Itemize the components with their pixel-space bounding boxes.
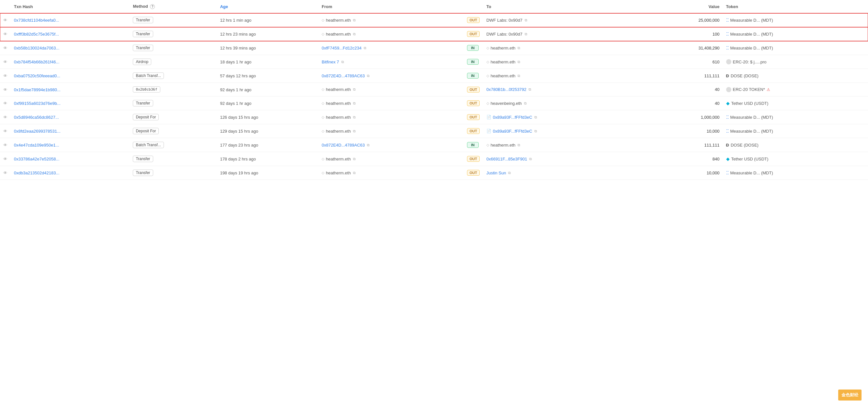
to-copy-icon[interactable]: ⧉ — [525, 32, 527, 36]
to-copy-icon[interactable]: ⧉ — [524, 101, 527, 105]
eye-icon[interactable]: 👁 — [3, 101, 7, 106]
from-copy-icon[interactable]: ⧉ — [353, 18, 355, 22]
to-cell: 0x66911F...85e3F901⧉ — [483, 152, 643, 166]
from-copy-icon[interactable]: ⧉ — [353, 115, 355, 120]
to-copy-icon[interactable]: ⧉ — [518, 143, 520, 147]
to-address-link[interactable]: 0x780B1b...0f253792 — [487, 87, 527, 92]
value-text: 10,000 — [707, 170, 720, 175]
txn-hash-link[interactable]: 0x5d8946ca56dc8627... — [14, 115, 59, 120]
from-copy-icon[interactable]: ⧉ — [353, 87, 355, 92]
method-badge[interactable]: Transfer — [133, 170, 153, 176]
from-copy-icon[interactable]: ⧉ — [353, 157, 355, 161]
to-copy-icon[interactable]: ⧉ — [518, 60, 520, 64]
method-badge[interactable]: Transfer — [133, 156, 153, 162]
eye-icon[interactable]: 👁 — [3, 143, 7, 147]
eye-icon[interactable]: 👁 — [3, 18, 7, 23]
token-text: Measurable D... (MDT) — [730, 46, 773, 50]
to-address-link[interactable]: 0x89a93F...fFFfd3eC — [493, 115, 532, 120]
from-address-link[interactable]: 0x872E4D...4789AC63 — [321, 73, 365, 78]
txn-hash-cell: 0xfff3b82d5c75e3675f... — [11, 27, 129, 41]
method-cell: Batch Transf... — [129, 138, 217, 152]
from-copy-icon[interactable]: ⧉ — [353, 129, 355, 133]
age-text: 18 days 1 hr ago — [220, 60, 251, 64]
from-address-link[interactable]: 0xfF7459...Fd12c234 — [321, 46, 362, 50]
value-text: 25,000,000 — [698, 18, 719, 23]
eye-icon[interactable]: 👁 — [3, 170, 7, 175]
eye-icon[interactable]: 👁 — [3, 115, 7, 120]
to-copy-icon[interactable]: ⧉ — [529, 87, 531, 92]
eye-icon[interactable]: 👁 — [3, 129, 7, 134]
txn-hash-link[interactable]: 0x33786a42e7e52058... — [14, 157, 59, 162]
method-badge[interactable]: Transfer — [133, 100, 153, 106]
value-text: 10,000 — [707, 129, 720, 134]
from-cell: ◇heatherm.eth⧉ — [318, 110, 463, 124]
to-address-link[interactable]: 0x66911F...85e3F901 — [487, 157, 527, 162]
eye-icon[interactable]: 👁 — [3, 87, 7, 92]
header-age[interactable]: Age — [217, 0, 318, 13]
from-copy-icon[interactable]: ⧉ — [367, 143, 370, 147]
eye-icon[interactable]: 👁 — [3, 157, 7, 162]
direction-cell: OUT — [464, 96, 483, 110]
header-direction — [464, 0, 483, 13]
txn-hash-link[interactable]: 0x1f5dae78994e1b980... — [14, 87, 61, 92]
txn-hash-cell: 0x738cfd1104b4eefa0... — [11, 13, 129, 27]
direction-cell: IN — [464, 69, 483, 83]
direction-cell: IN — [464, 55, 483, 69]
from-copy-icon[interactable]: ⧉ — [353, 171, 355, 175]
txn-hash-cell: 0xf99155a6023d76e9b... — [11, 96, 129, 110]
method-badge[interactable]: Airdrop — [133, 59, 151, 65]
txn-hash-link[interactable]: 0x738cfd1104b4eefa0... — [14, 18, 59, 23]
to-copy-icon[interactable]: ⧉ — [508, 171, 511, 175]
txn-hash-link[interactable]: 0xb58b130024da7063... — [14, 46, 59, 50]
eye-icon[interactable]: 👁 — [3, 60, 7, 64]
from-copy-icon[interactable]: ⧉ — [353, 101, 355, 105]
method-badge[interactable]: Transfer — [133, 45, 153, 51]
to-address: heatherm.eth — [491, 46, 516, 50]
method-badge[interactable]: 0x2b8cb36f — [133, 87, 160, 93]
from-copy-icon[interactable]: ⧉ — [367, 74, 370, 78]
token-cell: ⁚⁚Measurable D... (MDT) — [723, 13, 868, 27]
method-badge[interactable]: Batch Transf... — [133, 142, 163, 148]
method-badge[interactable]: Transfer — [133, 17, 153, 23]
method-help-icon[interactable]: ? — [150, 4, 155, 9]
method-badge[interactable]: Deposit For — [133, 128, 159, 134]
txn-hash-link[interactable]: 0xf99155a6023d76e9b... — [14, 101, 61, 106]
eye-icon[interactable]: 👁 — [3, 73, 7, 78]
txn-hash-link[interactable]: 0x8fd2eaa2699378531... — [14, 129, 61, 134]
from-address-link[interactable]: Bitfinex 7 — [321, 60, 339, 64]
value-cell: 111,111 — [643, 69, 723, 83]
txn-hash-cell: 0x4e47cda109e950e1... — [11, 138, 129, 152]
from-copy-icon[interactable]: ⧉ — [353, 32, 355, 36]
method-badge[interactable]: Batch Transf... — [133, 72, 163, 79]
to-copy-icon[interactable]: ⧉ — [534, 115, 537, 120]
txn-hash-link[interactable]: 0xb784f54b66b261f46... — [14, 60, 59, 64]
to-copy-icon[interactable]: ⧉ — [529, 157, 532, 161]
to-copy-icon[interactable]: ⧉ — [518, 74, 520, 78]
table-row: 👁0x738cfd1104b4eefa0...Transfer12 hrs 1 … — [0, 13, 868, 27]
header-token: Token — [723, 0, 868, 13]
txn-hash-link[interactable]: 0xba07520c50feeead0... — [14, 73, 60, 78]
txn-hash-link[interactable]: 0xdb3a213502d42183... — [14, 170, 59, 175]
diamond-icon: ◇ — [487, 143, 489, 147]
to-cell: ◇heavenbeing.eth⧉ — [483, 96, 643, 110]
to-copy-icon[interactable]: ⧉ — [534, 129, 537, 133]
txn-hash-link[interactable]: 0xfff3b82d5c75e3675f... — [14, 32, 59, 37]
header-txn-hash: Txn Hash — [11, 0, 129, 13]
eye-icon[interactable]: 👁 — [3, 46, 7, 50]
method-cell: Transfer — [129, 27, 217, 41]
eye-icon[interactable]: 👁 — [3, 32, 7, 37]
to-copy-icon[interactable]: ⧉ — [518, 46, 520, 50]
txn-hash-link[interactable]: 0x4e47cda109e950e1... — [14, 143, 59, 147]
method-badge[interactable]: Deposit For — [133, 114, 159, 121]
from-copy-icon[interactable]: ⧉ — [341, 60, 344, 64]
method-badge[interactable]: Transfer — [133, 31, 153, 37]
from-address-link[interactable]: 0x872E4D...4789AC63 — [321, 143, 365, 147]
value-text: 40 — [715, 101, 719, 106]
from-copy-icon[interactable]: ⧉ — [364, 46, 366, 50]
token-icon: ◆ — [726, 101, 730, 106]
table-row: 👁0x5d8946ca56dc8627...Deposit For126 day… — [0, 110, 868, 124]
to-address-link[interactable]: 0x89a93F...fFFfd3eC — [493, 129, 532, 134]
from-address: heatherm.eth — [326, 157, 351, 162]
to-address-link[interactable]: Justin Sun — [487, 170, 506, 175]
to-copy-icon[interactable]: ⧉ — [525, 18, 527, 22]
